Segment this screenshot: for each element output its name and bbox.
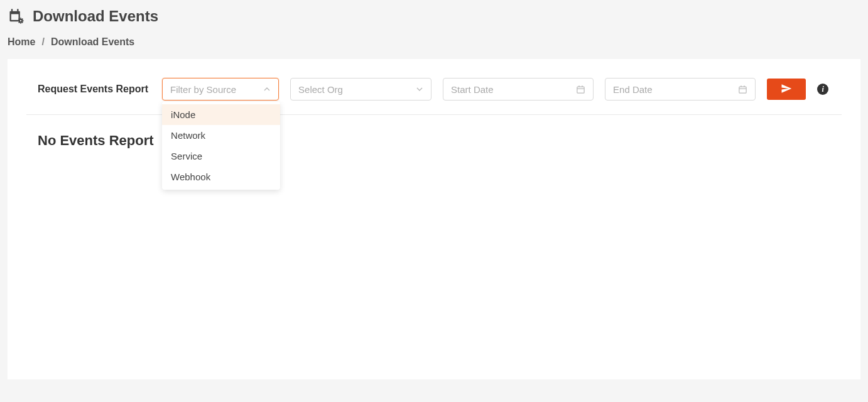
svg-rect-6 (577, 87, 584, 93)
end-date-placeholder: End Date (613, 84, 653, 95)
page-title: Download Events (33, 8, 158, 25)
filter-org-placeholder: Select Org (298, 84, 343, 95)
info-icon[interactable]: i (817, 84, 828, 95)
page-header: Download Events (8, 8, 860, 25)
breadcrumb-home-link[interactable]: Home (8, 36, 35, 48)
breadcrumb-separator: / (41, 36, 44, 48)
svg-rect-1 (11, 14, 19, 20)
content-card: Request Events Report Filter by Source i… (8, 59, 860, 379)
dropdown-item-network[interactable]: Network (162, 125, 280, 146)
submit-button[interactable] (767, 79, 806, 100)
filter-source-wrap: Filter by Source iNode Network Service W… (162, 78, 279, 100)
calendar-gear-icon (8, 8, 25, 25)
start-date-input[interactable]: Start Date (443, 78, 594, 100)
filter-row: Request Events Report Filter by Source i… (26, 78, 842, 115)
filter-source-dropdown: iNode Network Service Webhook (162, 102, 280, 190)
send-icon (781, 83, 792, 96)
empty-state: No Events Report (26, 133, 842, 149)
dropdown-item-webhook[interactable]: Webhook (162, 166, 280, 187)
filter-org-select[interactable]: Select Org (290, 78, 431, 100)
end-date-input[interactable]: End Date (605, 78, 756, 100)
svg-point-5 (20, 20, 21, 21)
chevron-up-icon (263, 85, 271, 93)
filter-label: Request Events Report (38, 84, 148, 95)
calendar-icon (576, 85, 585, 94)
breadcrumb: Home / Download Events (8, 36, 860, 48)
svg-rect-10 (739, 87, 746, 93)
chevron-down-icon (416, 85, 423, 93)
calendar-icon (738, 85, 747, 94)
filter-source-placeholder: Filter by Source (170, 84, 236, 95)
breadcrumb-current: Download Events (51, 36, 134, 48)
start-date-placeholder: Start Date (451, 84, 494, 95)
dropdown-item-inode[interactable]: iNode (162, 104, 280, 125)
filter-source-select[interactable]: Filter by Source (162, 78, 279, 100)
dropdown-item-service[interactable]: Service (162, 146, 280, 166)
